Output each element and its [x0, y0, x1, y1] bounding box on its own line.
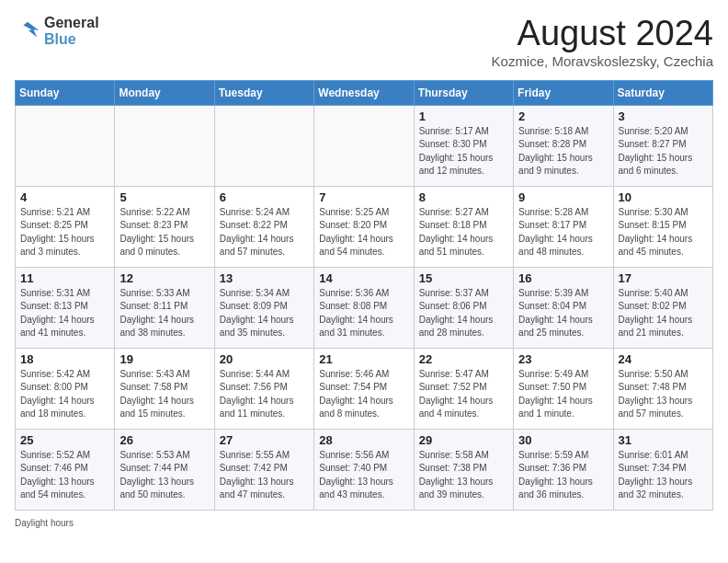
calendar-cell: 4Sunrise: 5:21 AM Sunset: 8:25 PM Daylig… [16, 186, 115, 267]
day-info: Sunrise: 5:36 AM Sunset: 8:08 PM Dayligh… [319, 287, 408, 340]
calendar-cell: 5Sunrise: 5:22 AM Sunset: 8:23 PM Daylig… [115, 186, 214, 267]
day-info: Sunrise: 5:58 AM Sunset: 7:38 PM Dayligh… [419, 449, 508, 502]
day-info: Sunrise: 5:37 AM Sunset: 8:06 PM Dayligh… [419, 287, 508, 340]
day-number: 18 [20, 352, 109, 366]
day-info: Sunrise: 6:01 AM Sunset: 7:34 PM Dayligh… [619, 449, 708, 502]
day-number: 30 [518, 433, 608, 447]
calendar-cell: 31Sunrise: 6:01 AM Sunset: 7:34 PM Dayli… [613, 429, 712, 510]
day-number: 6 [220, 190, 309, 204]
calendar-cell: 15Sunrise: 5:37 AM Sunset: 8:06 PM Dayli… [414, 267, 513, 348]
calendar-cell: 1Sunrise: 5:17 AM Sunset: 8:30 PM Daylig… [414, 105, 513, 186]
calendar-cell [214, 105, 313, 186]
weekday-header-monday: Monday [115, 80, 214, 105]
day-info: Sunrise: 5:31 AM Sunset: 8:13 PM Dayligh… [20, 287, 109, 340]
weekday-header-saturday: Saturday [613, 80, 712, 105]
day-info: Sunrise: 5:56 AM Sunset: 7:40 PM Dayligh… [319, 449, 408, 502]
day-info: Sunrise: 5:20 AM Sunset: 8:27 PM Dayligh… [619, 125, 708, 178]
calendar-cell: 7Sunrise: 5:25 AM Sunset: 8:20 PM Daylig… [314, 186, 414, 267]
calendar-cell: 21Sunrise: 5:46 AM Sunset: 7:54 PM Dayli… [314, 348, 414, 429]
calendar-cell: 10Sunrise: 5:30 AM Sunset: 8:15 PM Dayli… [613, 186, 712, 267]
weekday-header-tuesday: Tuesday [214, 80, 313, 105]
day-number: 7 [319, 190, 408, 204]
calendar-cell: 19Sunrise: 5:43 AM Sunset: 7:58 PM Dayli… [115, 348, 214, 429]
calendar-cell: 29Sunrise: 5:58 AM Sunset: 7:38 PM Dayli… [414, 429, 513, 510]
day-info: Sunrise: 5:27 AM Sunset: 8:18 PM Dayligh… [419, 206, 508, 259]
day-info: Sunrise: 5:53 AM Sunset: 7:44 PM Dayligh… [119, 449, 209, 502]
logo-line2: Blue [44, 31, 99, 48]
day-info: Sunrise: 5:24 AM Sunset: 8:22 PM Dayligh… [220, 206, 309, 259]
day-info: Sunrise: 5:17 AM Sunset: 8:30 PM Dayligh… [419, 125, 508, 178]
weekday-header-wednesday: Wednesday [314, 80, 414, 105]
day-info: Sunrise: 5:50 AM Sunset: 7:48 PM Dayligh… [619, 368, 708, 421]
day-info: Sunrise: 5:28 AM Sunset: 8:17 PM Dayligh… [518, 206, 608, 259]
day-number: 23 [518, 352, 608, 366]
calendar-cell: 3Sunrise: 5:20 AM Sunset: 8:27 PM Daylig… [613, 105, 712, 186]
day-number: 11 [20, 271, 109, 285]
day-number: 19 [119, 352, 209, 366]
page-header: General Blue August 2024 Kozmice, Moravs… [15, 15, 713, 69]
day-number: 1 [419, 109, 508, 123]
calendar-table: SundayMondayTuesdayWednesdayThursdayFrid… [15, 80, 713, 511]
calendar-cell: 27Sunrise: 5:55 AM Sunset: 7:42 PM Dayli… [214, 429, 313, 510]
day-info: Sunrise: 5:30 AM Sunset: 8:15 PM Dayligh… [619, 206, 708, 259]
day-number: 29 [419, 433, 508, 447]
day-number: 3 [619, 109, 708, 123]
svg-marker-0 [23, 21, 39, 37]
logo-text: General Blue [44, 15, 99, 47]
day-info: Sunrise: 5:44 AM Sunset: 7:56 PM Dayligh… [220, 368, 309, 421]
day-info: Sunrise: 5:39 AM Sunset: 8:04 PM Dayligh… [518, 287, 608, 340]
day-info: Sunrise: 5:25 AM Sunset: 8:20 PM Dayligh… [319, 206, 408, 259]
day-number: 10 [619, 190, 708, 204]
weekday-header-friday: Friday [514, 80, 613, 105]
calendar-cell [16, 105, 115, 186]
day-number: 12 [119, 271, 209, 285]
day-number: 31 [619, 433, 708, 447]
calendar-week-row: 25Sunrise: 5:52 AM Sunset: 7:46 PM Dayli… [16, 429, 713, 510]
day-number: 5 [119, 190, 209, 204]
calendar-cell: 24Sunrise: 5:50 AM Sunset: 7:48 PM Dayli… [613, 348, 712, 429]
calendar-cell: 26Sunrise: 5:53 AM Sunset: 7:44 PM Dayli… [115, 429, 214, 510]
day-info: Sunrise: 5:49 AM Sunset: 7:50 PM Dayligh… [518, 368, 608, 421]
day-number: 28 [319, 433, 408, 447]
calendar-cell: 17Sunrise: 5:40 AM Sunset: 8:02 PM Dayli… [613, 267, 712, 348]
calendar-week-row: 4Sunrise: 5:21 AM Sunset: 8:25 PM Daylig… [16, 186, 713, 267]
day-number: 16 [518, 271, 608, 285]
calendar-cell [115, 105, 214, 186]
calendar-week-row: 18Sunrise: 5:42 AM Sunset: 8:00 PM Dayli… [16, 348, 713, 429]
day-number: 13 [220, 271, 309, 285]
logo-line1: General [44, 15, 99, 31]
day-info: Sunrise: 5:43 AM Sunset: 7:58 PM Dayligh… [119, 368, 209, 421]
day-info: Sunrise: 5:52 AM Sunset: 7:46 PM Dayligh… [20, 449, 109, 502]
day-info: Sunrise: 5:59 AM Sunset: 7:36 PM Dayligh… [518, 449, 608, 502]
month-title: August 2024 [492, 15, 713, 53]
day-number: 22 [419, 352, 508, 366]
weekday-header-sunday: Sunday [16, 80, 115, 105]
calendar-cell: 12Sunrise: 5:33 AM Sunset: 8:11 PM Dayli… [115, 267, 214, 348]
title-block: August 2024 Kozmice, Moravskoslezsky, Cz… [492, 15, 713, 69]
day-number: 21 [319, 352, 408, 366]
calendar-week-row: 1Sunrise: 5:17 AM Sunset: 8:30 PM Daylig… [16, 105, 713, 186]
calendar-cell: 16Sunrise: 5:39 AM Sunset: 8:04 PM Dayli… [514, 267, 613, 348]
logo: General Blue [15, 15, 99, 47]
day-number: 14 [319, 271, 408, 285]
daylight-note: Daylight hours [15, 518, 713, 528]
calendar-cell: 28Sunrise: 5:56 AM Sunset: 7:40 PM Dayli… [314, 429, 414, 510]
day-number: 9 [518, 190, 608, 204]
calendar-cell: 2Sunrise: 5:18 AM Sunset: 8:28 PM Daylig… [514, 105, 613, 186]
calendar-cell: 22Sunrise: 5:47 AM Sunset: 7:52 PM Dayli… [414, 348, 513, 429]
weekday-header-thursday: Thursday [414, 80, 513, 105]
day-number: 27 [220, 433, 309, 447]
day-info: Sunrise: 5:34 AM Sunset: 8:09 PM Dayligh… [220, 287, 309, 340]
calendar-cell [314, 105, 414, 186]
day-number: 15 [419, 271, 508, 285]
day-info: Sunrise: 5:40 AM Sunset: 8:02 PM Dayligh… [619, 287, 708, 340]
day-number: 17 [619, 271, 708, 285]
calendar-week-row: 11Sunrise: 5:31 AM Sunset: 8:13 PM Dayli… [16, 267, 713, 348]
calendar-cell: 20Sunrise: 5:44 AM Sunset: 7:56 PM Dayli… [214, 348, 313, 429]
calendar-cell: 9Sunrise: 5:28 AM Sunset: 8:17 PM Daylig… [514, 186, 613, 267]
day-info: Sunrise: 5:18 AM Sunset: 8:28 PM Dayligh… [518, 125, 608, 178]
calendar-cell: 11Sunrise: 5:31 AM Sunset: 8:13 PM Dayli… [16, 267, 115, 348]
day-info: Sunrise: 5:55 AM Sunset: 7:42 PM Dayligh… [220, 449, 309, 502]
logo-icon [15, 18, 40, 44]
calendar-cell: 13Sunrise: 5:34 AM Sunset: 8:09 PM Dayli… [214, 267, 313, 348]
